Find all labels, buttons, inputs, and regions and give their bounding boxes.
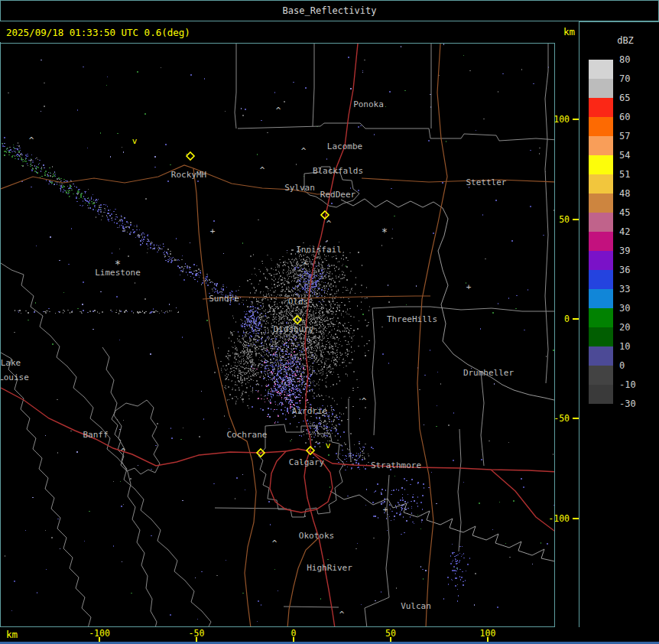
legend-color-block — [589, 289, 613, 308]
city-label-okotoks: Okotoks — [299, 531, 334, 541]
plus-marker-icon: + — [383, 505, 388, 515]
right-axis-tick-mark — [573, 219, 579, 220]
bottom-axis-unit-label: km — [6, 629, 18, 640]
legend-tick-label: 30 — [619, 303, 654, 314]
boundary-gray — [215, 508, 287, 509]
caret-marker-icon: ^ — [121, 447, 126, 457]
legend-unit-label: dBZ — [609, 35, 642, 46]
legend-tick-label: 45 — [619, 207, 654, 218]
legend-color-block — [589, 385, 613, 404]
legend-tick-label: 33 — [619, 284, 654, 294]
caret-marker-icon: ^ — [276, 106, 281, 115]
city-label-lacombe: Lacombe — [327, 141, 362, 151]
reddeer-river — [341, 199, 554, 401]
city-label-lake: Lake — [1, 358, 21, 368]
city-label-rockymh: RockyMH — [171, 170, 206, 180]
legend-color-block — [589, 136, 613, 155]
echo-cluster-blue-west — [238, 301, 268, 346]
legend-color-block — [589, 60, 613, 79]
legend-tick-label: 48 — [619, 188, 654, 199]
legend-tick-label: 70 — [619, 73, 654, 84]
legend-color-block — [589, 174, 613, 194]
city-labels: PonokaLacombeBlackfaldsSylvanRedDeerStet… — [1, 99, 514, 611]
legend-tick-label: 51 — [619, 169, 654, 180]
right-axis-tick-label: -50 — [553, 413, 570, 424]
city-label-blackfalds: Blackfalds — [313, 166, 363, 176]
right-axis-unit-label: km — [563, 26, 575, 37]
legend-tick-label: 60 — [619, 112, 654, 122]
legend-color-block — [589, 155, 613, 174]
bottom-distance-axis: km -100-50050100 — [0, 627, 579, 642]
city-label-louise: Louise — [1, 372, 29, 382]
wind-barb-v-icon: v — [132, 136, 138, 146]
boundary-gray — [372, 307, 554, 311]
highway-21-brown — [417, 44, 447, 626]
city-label-highriver: HighRiver — [307, 563, 352, 573]
legend-color-block — [589, 79, 613, 98]
boundary-gray — [235, 44, 236, 128]
legend-tick-label: 80 — [619, 54, 654, 65]
caret-marker-icon: ^ — [339, 610, 345, 620]
legend-color-block — [589, 194, 613, 213]
echo-cluster-west-dotline — [15, 310, 179, 314]
legend-tick-label: 39 — [619, 246, 654, 256]
city-label-limestone: Limestone — [95, 268, 141, 278]
boundary-gray — [458, 429, 461, 551]
bow-river — [330, 491, 554, 562]
highway-22-brown — [193, 168, 256, 626]
city-label-innisfail: Innisfail — [296, 245, 342, 255]
caret-marker-icon: ^ — [301, 146, 307, 156]
city-label-stettler: Stettler — [466, 177, 507, 187]
city-label-sylvan: Sylvan — [284, 183, 315, 193]
boundary-gray — [313, 44, 314, 126]
legend-tick-label: -10 — [619, 379, 654, 390]
right-axis-tick-mark — [573, 119, 579, 120]
city-label-airdrie: Airdrie — [292, 406, 327, 416]
info-bar: 2025/09/18 01:33:50 UTC 0.6(deg) km — [0, 21, 579, 42]
caret-marker-icon: ^ — [326, 219, 332, 229]
page-title: Base_Reflectivity — [283, 5, 377, 16]
boundary-gray — [545, 44, 548, 383]
echo-cluster-sun-strobe-beam — [2, 137, 241, 305]
legend-tick-label: 57 — [619, 131, 654, 141]
city-label-threehills: ThreeHills — [387, 314, 437, 324]
boundary-gray — [349, 398, 351, 461]
caret-marker-icon: ^ — [362, 396, 367, 406]
plus-marker-icon: + — [466, 282, 472, 292]
highway-12-brown — [362, 178, 554, 182]
city-label-strathmore: Strathmore — [371, 460, 421, 470]
legend-tick-label: 42 — [619, 226, 654, 237]
boundary-gray — [481, 372, 484, 466]
legend-color-block — [589, 251, 613, 270]
city-label-ponoka: Ponoka — [353, 99, 384, 109]
city-label-didsbury: Didsbury — [274, 324, 314, 334]
asterisk-marker-icon: * — [381, 226, 388, 238]
title-bar: Base_Reflectivity — [0, 0, 659, 21]
city-label-sundre: Sundre — [209, 294, 239, 304]
caret-marker-icon: ^ — [303, 261, 308, 271]
legend-color-block — [589, 213, 613, 232]
boundary-gray — [238, 123, 554, 141]
city-label-cochrane: Cochrane — [227, 430, 268, 440]
mountain-boundary — [102, 347, 157, 626]
wind-barb-v-icon: v — [326, 441, 331, 450]
legend-color-block — [589, 366, 613, 385]
legend-color-block — [589, 270, 613, 289]
legend-tick-label: 54 — [619, 150, 654, 161]
city-label-reddeer: RedDeer — [320, 190, 356, 200]
highway-2a-brown — [287, 538, 319, 626]
legend-color-block — [589, 346, 613, 366]
caret-marker-icon: ^ — [260, 165, 265, 175]
city-label-vulcan: Vulcan — [401, 601, 431, 611]
legend-tick-label: -30 — [619, 398, 654, 409]
radar-station-diamond-icon — [187, 152, 194, 160]
right-axis-tick-label: 100 — [553, 114, 570, 125]
right-axis-tick-label: 0 — [564, 314, 570, 324]
boundary-gray — [372, 308, 375, 435]
legend-color-block — [589, 117, 613, 136]
radar-map[interactable]: vv**+++^^^^^^^^^^ PonokaLacombeBlackfald… — [0, 43, 555, 627]
city-label-drumheller: Drumheller — [463, 368, 515, 378]
right-axis-tick-mark — [573, 518, 579, 519]
legend-tick-label: 65 — [619, 93, 654, 103]
right-axis-tick-mark — [573, 318, 579, 320]
